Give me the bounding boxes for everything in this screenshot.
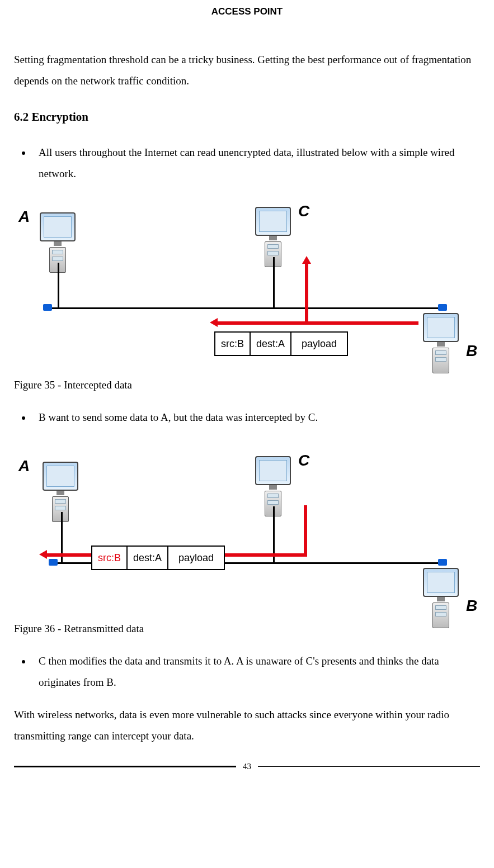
section-heading-6-2: 6.2 Encryption [14,105,480,129]
diagram-retransmitted: A C B src:B dest:A payload [18,439,477,613]
arrow-intercept-head-up [302,256,311,264]
bullet-list-3: C then modifies the data and transmits i… [14,651,480,693]
computer-a [41,462,80,512]
footer-rule-left [14,766,236,767]
page-header: ACCESS POINT [14,2,480,21]
arrow-retrans-v [304,505,307,556]
figure-35-caption: Figure 35 - Intercepted data [14,374,480,396]
packet-payload: payload [168,547,224,569]
arrow-intercept-h [217,321,418,325]
node-label-c: C [298,445,309,476]
bus-line [52,307,438,309]
bullet-list-1: All users throughout the Internet can re… [14,142,480,184]
arrow-intercept-head-left [210,318,218,327]
computer-b [421,568,460,618]
packet-dest: dest:A [128,547,168,569]
node-label-a: A [18,450,30,482]
packet-payload: payload [291,333,347,355]
bus-terminator-right [438,304,447,311]
node-label-b: B [466,590,477,622]
node-label-a: A [18,201,30,233]
node-label-c: C [298,196,309,227]
page-number: 43 [241,758,253,775]
bus-terminator-left [49,559,58,566]
paragraph-wireless: With wireless networks, data is even mor… [14,704,480,747]
bullet-item-2: B want to send some data to A, but the d… [32,407,480,428]
page-footer: 43 [14,758,480,775]
link-a [58,263,59,307]
packet-src: src:B [92,547,128,569]
paragraph-intro: Setting fragmentation threshold can be a… [14,49,480,92]
computer-b [421,313,460,363]
bus-terminator-left [43,304,52,311]
link-c [273,257,275,307]
node-label-b: B [466,335,477,367]
bus-terminator-right [438,559,447,566]
figure-36: A C B src:B dest:A payload [18,439,480,613]
footer-rule-right [258,766,480,767]
bullet-item-3: C then modifies the data and transmits i… [32,651,480,693]
diagram-intercepted: A C B src:B dest:A payload [18,196,477,369]
bullet-list-2: B want to send some data to A, but the d… [14,407,480,428]
computer-c [253,207,293,257]
packet-box-fig36: src:B dest:A payload [91,546,225,570]
computer-c [253,456,293,506]
arrow-intercept-v [305,263,308,324]
arrow-retrans-head-left [39,550,47,559]
figure-35: A C B src:B dest:A payload [18,196,480,369]
figure-36-caption: Figure 36 - Retransmitted data [14,618,480,639]
packet-dest: dest:A [251,333,291,355]
packet-box-fig35: src:B dest:A payload [214,331,348,356]
computer-a [38,212,77,263]
bullet-item-1: All users throughout the Internet can re… [32,142,480,184]
packet-src: src:B [215,333,251,355]
